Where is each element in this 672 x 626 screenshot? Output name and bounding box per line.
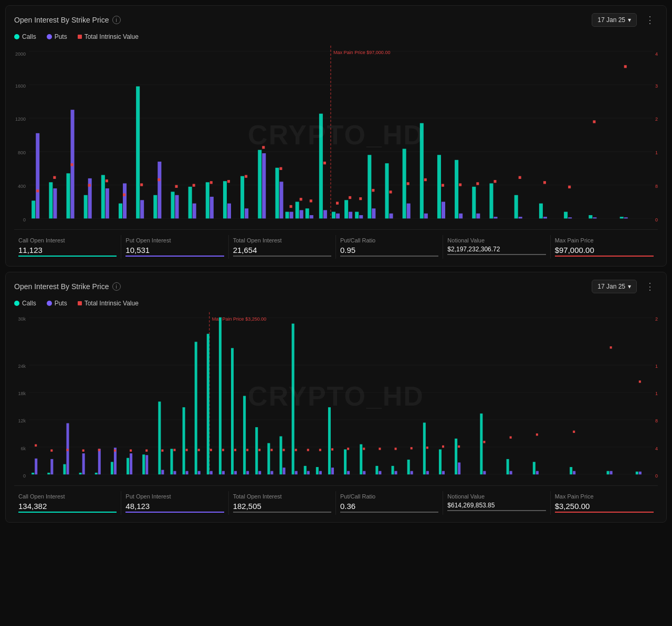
chevron-down-icon-2: ▾ [628,283,631,290]
svg-rect-97 [424,178,427,181]
svg-rect-264 [423,422,426,474]
total-oi-value-2: 182,505 [233,502,331,511]
max-pain-label-2: Max Pain Price [555,493,654,500]
svg-text:400M: 400M [655,51,658,57]
total-oi-label-2: Total Open Interest [233,493,331,500]
svg-rect-230 [258,449,260,451]
notional-label: Notional Value [447,237,545,243]
svg-rect-270 [455,439,457,474]
svg-rect-255 [375,466,378,474]
svg-rect-252 [360,444,362,474]
panel-1-header-right: 17 Jan 25 ▾ ⋮ [592,13,658,27]
svg-rect-225 [243,396,246,474]
svg-rect-245 [319,449,321,451]
svg-rect-247 [331,468,334,474]
svg-rect-47 [188,187,192,219]
panel-1-title: Open Interest By Strike Price i [14,16,121,24]
svg-rect-40 [140,183,143,186]
panel-1: Open Interest By Strike Price i 17 Jan 2… [5,5,667,267]
svg-rect-91 [389,190,392,193]
svg-rect-198 [127,458,129,474]
svg-rect-123 [624,217,628,218]
legend-tiv-2: Total Intrinsic Value [78,300,139,307]
svg-rect-281 [536,433,538,436]
svg-rect-211 [186,471,188,475]
svg-rect-197 [114,449,116,451]
svg-rect-284 [573,431,575,433]
total-oi-label: Total Open Interest [233,237,331,243]
svg-rect-285 [607,471,610,475]
svg-rect-232 [270,471,273,475]
svg-rect-99 [442,202,445,219]
svg-rect-84 [359,215,363,218]
panel-1-more-icon[interactable]: ⋮ [642,13,658,27]
svg-rect-276 [507,459,509,474]
svg-rect-280 [536,471,539,475]
chart-1-svg: 0 400 800 1200 1600 2000 0 80M 160M 240M… [14,46,658,224]
svg-rect-262 [411,471,413,475]
svg-rect-58 [245,175,247,178]
svg-rect-63 [279,182,283,218]
svg-rect-201 [142,454,145,474]
svg-rect-110 [514,195,518,219]
panel-1-date-text: 17 Jan 25 [597,16,625,24]
puts-dot [47,34,52,39]
svg-rect-204 [158,401,161,474]
svg-rect-86 [368,155,371,218]
call-oi-underline-2 [18,512,117,513]
svg-rect-236 [283,449,285,451]
svg-rect-185 [50,449,52,451]
svg-rect-228 [255,427,258,474]
svg-rect-240 [304,466,307,474]
svg-rect-213 [195,342,197,474]
svg-rect-108 [494,217,497,218]
svg-rect-83 [355,212,359,219]
svg-rect-82 [349,196,351,199]
svg-rect-203 [145,449,148,451]
svg-rect-56 [240,176,244,219]
pcr-label: Put/Call Ratio [340,237,438,243]
panel-1-date-selector[interactable]: 17 Jan 25 ▾ [592,13,637,27]
svg-rect-190 [82,453,85,474]
put-oi-value-2: 48,123 [125,502,224,511]
panel-2-info-icon[interactable]: i [112,282,121,291]
svg-rect-29 [84,195,88,219]
tiv-square-2 [78,301,82,305]
svg-rect-55 [227,180,230,183]
panel-1-info-icon[interactable]: i [112,16,121,24]
svg-rect-76 [323,162,326,164]
svg-rect-249 [344,449,346,474]
svg-rect-274 [483,471,486,475]
svg-rect-224 [234,449,236,451]
svg-rect-78 [336,214,340,219]
svg-rect-37 [123,194,125,196]
panel-1-chart: CRYPTO_HD 0 400 800 1200 1600 2000 0 80M… [14,46,658,224]
svg-rect-212 [186,449,188,451]
svg-text:120M: 120M [655,390,658,396]
svg-rect-246 [328,407,331,474]
svg-rect-243 [316,467,319,474]
svg-rect-36 [123,183,127,218]
tiv-label-2: Total Intrinsic Value [85,300,139,307]
svg-text:240M: 240M [655,116,658,122]
panel-2-title: Open Interest By Strike Price i [14,282,121,291]
svg-text:160M: 160M [655,150,658,155]
puts-dot-2 [47,301,52,306]
notional-underline-2 [447,510,545,511]
svg-rect-196 [114,448,117,474]
panel-2-date-selector[interactable]: 17 Jan 25 ▾ [592,280,637,293]
svg-rect-49 [193,184,195,187]
svg-rect-105 [476,214,480,219]
svg-rect-81 [349,212,352,219]
panel-2-more-icon[interactable]: ⋮ [642,280,658,293]
svg-rect-282 [570,467,572,474]
svg-rect-275 [483,441,485,443]
svg-rect-261 [407,460,410,474]
svg-rect-46 [175,185,178,188]
svg-rect-118 [568,186,571,188]
svg-rect-61 [262,146,265,148]
svg-rect-89 [385,163,388,218]
put-oi-label-2: Put Open Interest [125,493,224,500]
stat-put-oi-2: Put Open Interest 48,123 [121,491,228,515]
svg-rect-64 [279,167,282,170]
